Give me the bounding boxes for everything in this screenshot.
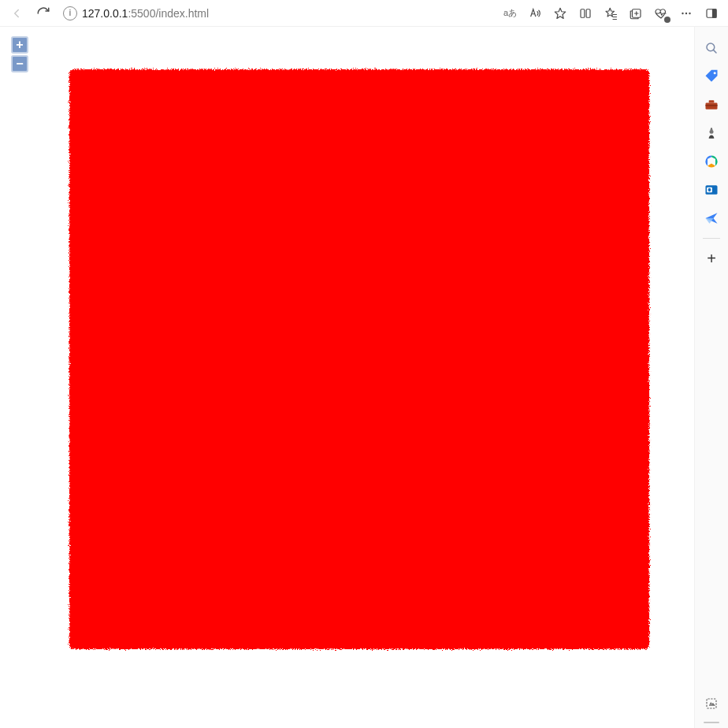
zoom-in-label: +: [16, 39, 23, 51]
feature-svg: [63, 63, 656, 656]
url-path: /index.html: [155, 7, 209, 20]
status-dot-icon: [664, 17, 670, 23]
screenshot-tool-icon[interactable]: [698, 690, 725, 717]
add-label: +: [707, 250, 716, 268]
browser-sidebar: +: [695, 27, 728, 728]
translate-button[interactable]: aあ: [498, 2, 522, 25]
svg-rect-1: [581, 9, 585, 17]
url-host: 127.0.0.1: [82, 7, 128, 20]
address-bar[interactable]: i 127.0.0.1:5500/index.html: [60, 2, 493, 25]
url-port: :5500: [128, 7, 155, 20]
browser-essentials-button[interactable]: [649, 2, 673, 25]
svg-point-12: [689, 12, 690, 13]
sidebar-separator: [703, 238, 720, 239]
favorite-button[interactable]: [548, 2, 572, 25]
svg-rect-19: [709, 100, 715, 102]
shopping-tag-icon[interactable]: [698, 63, 725, 90]
m365-icon[interactable]: [698, 148, 725, 175]
more-button[interactable]: [674, 2, 698, 25]
svg-point-24: [708, 188, 711, 191]
refresh-button[interactable]: [32, 2, 55, 25]
send-icon[interactable]: [698, 205, 725, 232]
outlook-icon[interactable]: [698, 176, 725, 203]
site-info-icon[interactable]: i: [63, 6, 77, 20]
page-viewport[interactable]: + −: [0, 27, 695, 728]
map-feature-layer: [63, 63, 656, 656]
svg-point-17: [714, 72, 716, 74]
browser-toolbar: i 127.0.0.1:5500/index.html aあ: [0, 0, 728, 27]
svg-marker-0: [555, 8, 566, 18]
favorites-list-button[interactable]: [599, 2, 622, 25]
toolbar-right-icons: aあ: [498, 2, 723, 25]
url-text: 127.0.0.1:5500/index.html: [82, 7, 209, 20]
read-aloud-button[interactable]: [523, 2, 547, 25]
sidebar-bottom: [695, 690, 728, 728]
svg-point-10: [682, 12, 683, 13]
zoom-in-button[interactable]: +: [11, 36, 28, 54]
back-button[interactable]: [5, 2, 28, 25]
svg-rect-2: [586, 9, 590, 17]
svg-point-11: [685, 12, 687, 13]
sidebar-toggle-button[interactable]: [700, 2, 723, 25]
games-icon[interactable]: [698, 120, 725, 147]
zoom-out-label: −: [16, 58, 23, 70]
map-zoom-controls: + −: [11, 36, 28, 72]
page-content: + −: [5, 32, 689, 723]
workspace: + −: [0, 27, 728, 728]
search-tool-icon[interactable]: [698, 35, 725, 61]
split-screen-button[interactable]: [574, 2, 597, 25]
add-sidebar-item-button[interactable]: +: [698, 245, 725, 272]
svg-rect-20: [706, 105, 718, 106]
map-polygon-feature[interactable]: [69, 69, 649, 649]
toolbox-icon[interactable]: [698, 91, 725, 118]
svg-line-16: [713, 50, 716, 53]
collections-button[interactable]: [624, 2, 648, 25]
svg-marker-3: [606, 8, 615, 17]
svg-point-21: [710, 130, 714, 134]
svg-rect-14: [713, 9, 717, 17]
translate-label: aあ: [503, 7, 516, 19]
site-info-label: i: [69, 9, 72, 17]
sidebar-handle[interactable]: [704, 722, 719, 723]
zoom-out-button[interactable]: −: [11, 55, 28, 72]
